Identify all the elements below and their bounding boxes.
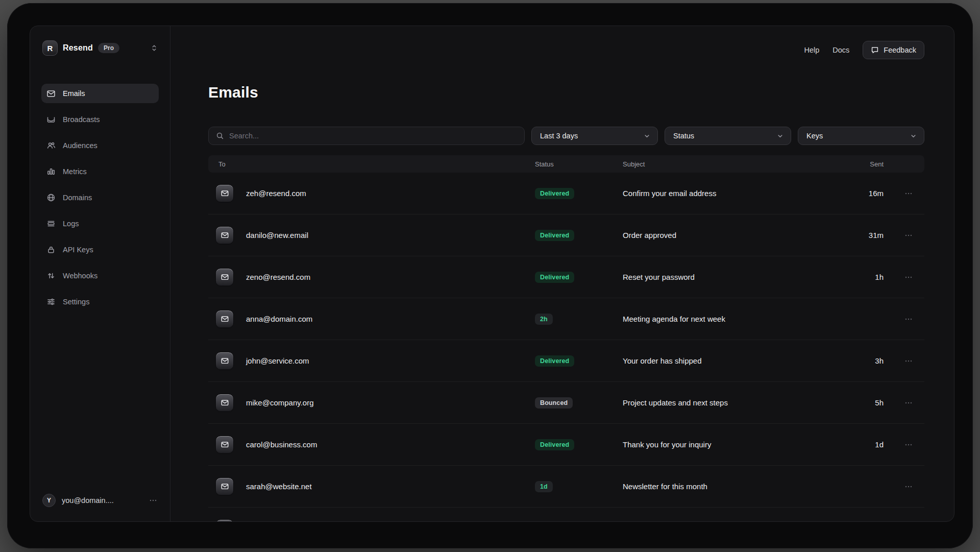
- sidebar-item-logs[interactable]: Logs: [41, 214, 159, 233]
- chevron-down-icon: [777, 133, 783, 139]
- recipient-email: sarah@website.net: [246, 482, 312, 491]
- envelope-tile-icon: [215, 184, 234, 203]
- email-subject: Order approved: [623, 231, 838, 239]
- recipient-email: anna@domain.com: [246, 315, 312, 323]
- status-badge: Delivered: [535, 230, 574, 241]
- recipient-email: carol@business.com: [246, 440, 317, 449]
- chevron-up-down-icon: [151, 44, 158, 52]
- table-row[interactable]: sarah@website.net 1d Newsletter for this…: [208, 466, 924, 508]
- filter-select-keys[interactable]: Keys: [798, 127, 924, 145]
- user-menu[interactable]: Y you@domain....: [41, 494, 159, 512]
- email-subject: Your order has shipped: [623, 356, 838, 365]
- sidebar-item-audiences[interactable]: Audiences: [41, 136, 159, 155]
- envelope-tile-icon: [215, 436, 234, 454]
- status-badge: 2h: [535, 314, 553, 325]
- filter-label: Keys: [806, 132, 823, 140]
- row-actions-button[interactable]: [904, 356, 913, 366]
- status-badge: Bounced: [535, 397, 573, 409]
- sidebar-item-metrics[interactable]: Metrics: [41, 162, 159, 181]
- email-subject: Newsletter for this month: [623, 482, 838, 491]
- search-box[interactable]: [208, 127, 525, 145]
- envelope-icon: [46, 89, 56, 98]
- sent-time: 1d: [838, 440, 884, 449]
- status-badge: Delivered: [535, 272, 574, 283]
- row-actions-button[interactable]: [904, 273, 913, 282]
- resend-logo-icon: R: [42, 40, 58, 56]
- email-subject: Project updates and next steps: [623, 398, 838, 407]
- sidebar-item-label: Domains: [63, 194, 92, 202]
- status-badge: Delivered: [535, 439, 574, 450]
- email-subject: Thank you for your inquiry: [623, 440, 838, 449]
- email-subject: Confirm your email address: [623, 189, 838, 198]
- arrows-up-down-icon: [46, 271, 56, 280]
- filter-select-last-3-days[interactable]: Last 3 days: [531, 127, 658, 145]
- row-actions-button[interactable]: [904, 398, 913, 407]
- user-email: you@domain....: [62, 496, 114, 505]
- workspace-switcher[interactable]: R Resend Pro: [41, 40, 159, 56]
- row-actions-button[interactable]: [904, 315, 913, 324]
- sidebar-item-label: Webhooks: [63, 272, 97, 280]
- recipient-email: zeh@resend.com: [246, 189, 306, 198]
- bar-chart-icon: [46, 167, 56, 176]
- sidebar-item-label: Emails: [63, 89, 85, 98]
- row-actions-button[interactable]: [904, 189, 913, 198]
- recipient-email: danilo@new.email: [246, 231, 308, 239]
- status-badge: 1d: [535, 481, 553, 492]
- help-link[interactable]: Help: [804, 46, 819, 54]
- lock-icon: [46, 245, 56, 254]
- sidebar-item-emails[interactable]: Emails: [41, 84, 159, 103]
- table-row[interactable]: carol@business.com Delivered Thank you f…: [208, 424, 924, 466]
- sent-time: 16m: [838, 189, 884, 198]
- sidebar: R Resend Pro Emails Broadcasts Audiences…: [30, 26, 170, 521]
- app-window: R Resend Pro Emails Broadcasts Audiences…: [30, 26, 954, 522]
- sidebar-item-label: Broadcasts: [63, 115, 100, 124]
- docs-link[interactable]: Docs: [832, 46, 849, 54]
- table-row[interactable]: danilo@new.email Delivered Order approve…: [208, 214, 924, 256]
- feedback-button[interactable]: Feedback: [863, 41, 924, 59]
- row-actions-button[interactable]: [904, 440, 913, 449]
- sidebar-item-api-keys[interactable]: API Keys: [41, 240, 159, 259]
- table-row[interactable]: zeno@resend.com Delivered Reset your pas…: [208, 256, 924, 298]
- sidebar-spacer: [41, 318, 159, 494]
- chevron-down-icon: [644, 133, 650, 139]
- sidebar-item-domains[interactable]: Domains: [41, 188, 159, 207]
- column-header-status: Status: [535, 160, 623, 168]
- ellipsis-icon[interactable]: [149, 496, 158, 505]
- envelope-tile-icon: [215, 394, 234, 412]
- column-header-to: To: [218, 160, 535, 168]
- sent-time: 1h: [838, 273, 884, 281]
- main-content: Help Docs Feedback Emails Last 3 days St…: [170, 26, 954, 521]
- chevron-down-icon: [910, 133, 917, 139]
- workspace-name: Resend: [63, 43, 93, 53]
- search-input[interactable]: [229, 132, 517, 140]
- table-row[interactable]: anna@domain.com 2h Meeting agenda for ne…: [208, 298, 924, 340]
- avatar-letter: Y: [47, 497, 51, 504]
- table-row[interactable]: [208, 508, 924, 522]
- topbar: Help Docs Feedback: [208, 41, 924, 59]
- logs-icon: [46, 219, 56, 228]
- email-subject: Reset your password: [623, 273, 838, 281]
- sent-time: 3h: [838, 356, 884, 365]
- filter-select-status[interactable]: Status: [665, 127, 791, 145]
- table-row[interactable]: john@service.com Delivered Your order ha…: [208, 340, 924, 382]
- chat-bubble-icon: [871, 46, 879, 54]
- table-header: To Status Subject Sent: [208, 155, 924, 173]
- feedback-label: Feedback: [884, 46, 916, 54]
- row-actions-button[interactable]: [904, 482, 913, 491]
- sidebar-item-label: Settings: [63, 298, 89, 306]
- envelope-tile-icon: [215, 310, 234, 328]
- search-icon: [216, 132, 224, 140]
- sent-time: 5h: [838, 398, 884, 407]
- filters-row: Last 3 days Status Keys: [208, 127, 924, 145]
- sidebar-item-settings[interactable]: Settings: [41, 292, 159, 311]
- table-row[interactable]: mike@company.org Bounced Project updates…: [208, 382, 924, 424]
- table-row[interactable]: zeh@resend.com Delivered Confirm your em…: [208, 173, 924, 214]
- sidebar-item-broadcasts[interactable]: Broadcasts: [41, 110, 159, 129]
- sidebar-item-webhooks[interactable]: Webhooks: [41, 266, 159, 285]
- row-actions-button[interactable]: [904, 231, 913, 240]
- broadcast-icon: [46, 115, 56, 124]
- envelope-tile-icon: [215, 352, 234, 370]
- column-header-sent: Sent: [838, 160, 884, 168]
- filter-label: Last 3 days: [540, 132, 578, 140]
- logo-letter: R: [47, 44, 53, 53]
